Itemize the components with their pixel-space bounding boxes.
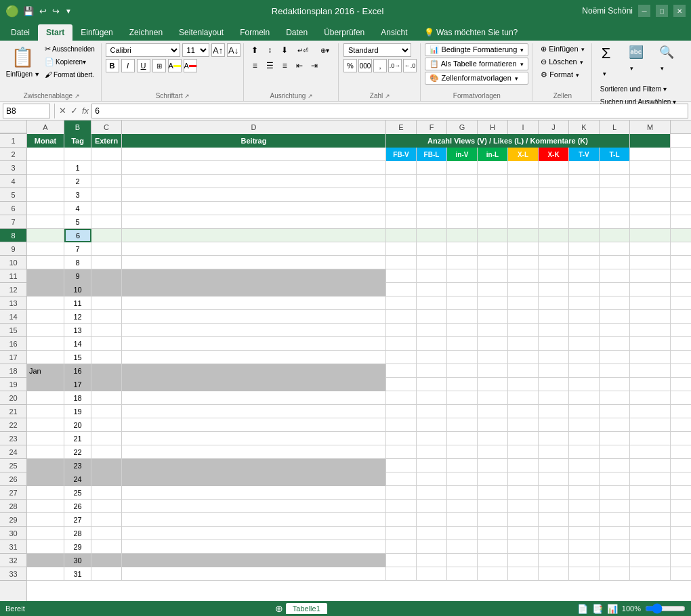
decrease-decimal-button[interactable]: ←.0 [403, 59, 417, 72]
cell-B1[interactable]: Tag [64, 134, 91, 148]
autosum-button[interactable]: Σ ▾ [598, 43, 623, 81]
cell-B14[interactable]: 12 [64, 310, 91, 324]
number-format-select[interactable]: Standard [343, 43, 411, 57]
copy-button[interactable]: 📄 Kopieren▾ [42, 56, 98, 68]
row-header-20[interactable]: 20 [0, 391, 26, 405]
align-top-button[interactable]: ⬆ [248, 43, 261, 57]
cell-L6[interactable] [600, 202, 630, 215]
cell-G4[interactable] [447, 175, 478, 188]
cell-C3[interactable] [91, 161, 122, 175]
cell-J7[interactable] [539, 215, 569, 229]
cell-K7[interactable] [569, 215, 600, 229]
cell-G12[interactable] [447, 283, 478, 296]
cell-B8[interactable]: 6 [64, 229, 91, 242]
font-size-select[interactable]: 11 [182, 43, 209, 57]
cell-G5[interactable] [447, 188, 478, 202]
cell-L9[interactable] [600, 242, 630, 256]
cell-L12[interactable] [600, 283, 630, 296]
align-middle-button[interactable]: ↕ [263, 43, 276, 57]
cell-A1[interactable]: Monat [27, 134, 64, 148]
cell-C8[interactable] [91, 229, 122, 242]
cell-D18[interactable] [122, 364, 386, 378]
cell-H4[interactable] [478, 175, 508, 188]
cell-K3[interactable] [569, 161, 600, 175]
delete-cells-button[interactable]: ⊖ Löschen ▾ [537, 56, 587, 68]
cell-K8[interactable] [569, 229, 600, 242]
row-header-6[interactable]: 6 [0, 202, 26, 215]
cell-F12[interactable] [417, 283, 447, 296]
cell-B21[interactable]: 19 [64, 405, 91, 418]
row-header-2[interactable]: 2 [0, 148, 26, 161]
cell-E2[interactable]: FB-V [386, 148, 417, 161]
font-name-select[interactable]: Calibri [106, 43, 180, 57]
cut-button[interactable]: ✂ Ausschneiden [42, 43, 98, 55]
underline-button[interactable]: U [137, 59, 150, 72]
cell-K5[interactable] [569, 188, 600, 202]
row-header-30[interactable]: 30 [0, 527, 26, 540]
cell-I12[interactable] [508, 283, 539, 296]
cell-K2[interactable]: T-V [569, 148, 600, 161]
font-color-button[interactable]: A [184, 59, 197, 72]
cell-D6[interactable] [122, 202, 386, 215]
row-header-11[interactable]: 11 [0, 269, 26, 283]
cell-A20[interactable] [27, 391, 64, 405]
cell-M8[interactable] [630, 229, 671, 242]
confirm-formula-icon[interactable]: ✓ [70, 106, 78, 116]
cell-M4[interactable] [630, 175, 671, 188]
cell-E6[interactable] [386, 202, 417, 215]
align-left-button[interactable]: ≡ [248, 59, 261, 72]
cell-C6[interactable] [91, 202, 122, 215]
cell-C12[interactable] [91, 283, 122, 296]
row-header-7[interactable]: 7 [0, 215, 26, 229]
cell-D14[interactable] [122, 310, 386, 324]
merge-button[interactable]: ⊕▾ [314, 43, 335, 57]
cell-A13[interactable] [27, 296, 64, 310]
view-layout-icon[interactable]: 📑 [592, 604, 603, 614]
cell-E4[interactable] [386, 175, 417, 188]
cell-F10[interactable] [417, 256, 447, 269]
cell-H5[interactable] [478, 188, 508, 202]
row-header-3[interactable]: 3 [0, 161, 26, 175]
bold-button[interactable]: B [106, 59, 119, 72]
cell-A3[interactable] [27, 161, 64, 175]
cell-D1[interactable]: Beitrag [122, 134, 386, 148]
cell-K9[interactable] [569, 242, 600, 256]
cell-A5[interactable] [27, 188, 64, 202]
cell-A7[interactable] [27, 215, 64, 229]
cell-K12[interactable] [569, 283, 600, 296]
cell-A4[interactable] [27, 175, 64, 188]
col-header-L[interactable]: L [600, 120, 630, 134]
cell-E1-span[interactable]: Anzahl Views (V) / Likes (L) / Kommentar… [386, 134, 630, 148]
cell-C11[interactable] [91, 269, 122, 283]
close-icon[interactable]: ✕ [673, 5, 686, 17]
cell-D3[interactable] [122, 161, 386, 175]
tab-help[interactable]: 💡 Was möchten Sie tun? [416, 24, 526, 41]
cell-H6[interactable] [478, 202, 508, 215]
cell-A17[interactable] [27, 351, 64, 364]
cell-B7[interactable]: 5 [64, 215, 91, 229]
paste-dropdown[interactable]: Einfügen▼ [6, 70, 40, 78]
zoom-slider[interactable] [645, 604, 686, 613]
cell-A19[interactable] [27, 378, 64, 391]
cell-D12[interactable] [122, 283, 386, 296]
cell-B30[interactable]: 28 [64, 527, 91, 540]
cell-B28[interactable]: 26 [64, 500, 91, 513]
cell-H3[interactable] [478, 161, 508, 175]
increase-font-button[interactable]: A↑ [211, 43, 225, 57]
cell-H9[interactable] [478, 242, 508, 256]
decrease-font-button[interactable]: A↓ [227, 43, 240, 57]
tab-start[interactable]: Start [38, 24, 72, 41]
cell-D17[interactable] [122, 351, 386, 364]
cell-C19[interactable] [91, 378, 122, 391]
row-header-13[interactable]: 13 [0, 296, 26, 310]
cell-B17[interactable]: 15 [64, 351, 91, 364]
wrap-text-button[interactable]: ↵⏎ [293, 43, 313, 57]
formula-input[interactable] [91, 104, 688, 118]
border-button[interactable]: ⊞ [152, 59, 166, 72]
cell-B16[interactable]: 14 [64, 337, 91, 351]
col-header-G[interactable]: G [447, 120, 478, 134]
cell-C17[interactable] [91, 351, 122, 364]
cell-I3[interactable] [508, 161, 539, 175]
cell-J3[interactable] [539, 161, 569, 175]
cell-B20[interactable]: 18 [64, 391, 91, 405]
